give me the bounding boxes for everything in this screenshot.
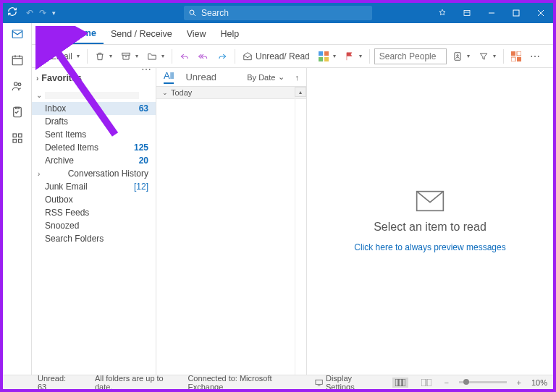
unread-read-button[interactable]: Unread/ Read xyxy=(240,48,313,65)
todo-rail-icon[interactable] xyxy=(11,106,24,119)
folder-drafts[interactable]: Drafts xyxy=(32,115,156,128)
folder-label: Search Folders xyxy=(45,234,104,244)
forward-button[interactable] xyxy=(214,48,230,65)
address-book-button[interactable] xyxy=(450,48,473,65)
folder-snoozed[interactable]: Snoozed xyxy=(32,219,156,232)
new-email-button[interactable]: Email xyxy=(35,48,83,65)
svg-rect-26 xyxy=(324,57,329,61)
addins-button[interactable] xyxy=(508,48,524,65)
ribbon-overflow-button[interactable]: ⋯ xyxy=(527,48,544,65)
folder-label: Sent Items xyxy=(45,129,86,140)
flag-button[interactable] xyxy=(342,48,365,65)
search-box[interactable] xyxy=(184,6,372,20)
more-apps-rail-icon[interactable] xyxy=(11,132,24,145)
zoom-in-button[interactable]: + xyxy=(517,378,521,387)
archive-button[interactable] xyxy=(118,48,141,65)
maximize-button[interactable] xyxy=(504,3,528,23)
filter-icon xyxy=(479,51,489,61)
always-preview-link[interactable]: Click here to always preview messages xyxy=(354,242,505,252)
scrollbar-track[interactable] xyxy=(295,97,306,375)
scroll-up-button[interactable]: ▴ xyxy=(295,87,306,97)
search-people-input[interactable] xyxy=(374,48,447,64)
search-icon xyxy=(188,9,197,17)
folder-sent-items[interactable]: Sent Items xyxy=(32,128,156,141)
svg-rect-19 xyxy=(18,140,22,143)
svg-rect-18 xyxy=(13,140,17,143)
new-email-label: Email xyxy=(51,51,72,61)
ribbon-options-icon[interactable] xyxy=(455,3,479,23)
folder-count: 125 xyxy=(134,142,148,153)
categorize-button[interactable] xyxy=(316,48,339,65)
folder-search-folders[interactable]: Search Folders xyxy=(32,232,156,245)
people-rail-icon[interactable] xyxy=(11,80,24,93)
zoom-slider[interactable] xyxy=(459,381,507,383)
monitor-icon xyxy=(315,379,323,386)
folder-label: Deleted Items xyxy=(45,142,98,153)
folder-label: Archive xyxy=(45,155,74,166)
account-name xyxy=(45,92,139,99)
filter-button[interactable] xyxy=(476,48,499,65)
folder-archive[interactable]: Archive20 xyxy=(32,154,156,167)
view-normal-button[interactable] xyxy=(392,378,408,388)
reading-pane-title: Select an item to read xyxy=(374,221,486,234)
filter-unread-tab[interactable]: Unread xyxy=(185,72,216,82)
qat-dropdown-icon[interactable]: ▾ xyxy=(52,9,56,17)
reply-button[interactable] xyxy=(177,48,193,65)
redo-icon[interactable]: ↷ xyxy=(39,8,46,18)
svg-rect-31 xyxy=(511,57,515,61)
reply-all-button[interactable] xyxy=(195,48,211,65)
folder-deleted-items[interactable]: Deleted Items125 xyxy=(32,141,156,154)
favorites-label: Favorites xyxy=(41,73,82,83)
svg-rect-38 xyxy=(403,379,405,386)
reply-icon xyxy=(180,51,190,61)
filter-all-tab[interactable]: All xyxy=(164,70,174,84)
status-connected: Connected to: Microsoft Exchange xyxy=(188,374,301,391)
coming-soon-icon[interactable] xyxy=(430,3,455,23)
view-reading-button[interactable] xyxy=(418,379,434,386)
sort-arrow-icon[interactable]: ↑ xyxy=(295,73,300,82)
sync-icon[interactable] xyxy=(7,7,17,20)
close-button[interactable] xyxy=(528,3,553,23)
tab-view[interactable]: View xyxy=(180,23,214,44)
svg-point-0 xyxy=(190,10,194,14)
folder-move-icon xyxy=(147,51,157,61)
tab-help[interactable]: Help xyxy=(214,23,247,44)
folder-list: Inbox63DraftsSent ItemsDeleted Items125A… xyxy=(32,102,156,245)
svg-rect-32 xyxy=(517,57,521,61)
display-settings-button[interactable]: Display Settings xyxy=(312,374,382,391)
tab-file[interactable]: File xyxy=(35,23,64,44)
delete-button[interactable] xyxy=(92,48,115,65)
tab-home[interactable]: Home xyxy=(64,23,104,44)
folder-label: Conversation History xyxy=(68,169,148,179)
zoom-out-button[interactable]: − xyxy=(445,378,449,387)
date-group-today[interactable]: ⌄Today xyxy=(156,87,306,99)
envelope-open-icon xyxy=(243,51,253,61)
move-button[interactable] xyxy=(144,48,167,65)
folder-conversation-history[interactable]: Conversation History xyxy=(32,167,156,180)
folder-outbox[interactable]: Outbox xyxy=(32,193,156,206)
undo-icon[interactable]: ↶ xyxy=(26,8,33,18)
navigation-rail xyxy=(3,23,32,375)
search-input[interactable] xyxy=(201,8,368,18)
folder-pane-options[interactable]: ⋯ xyxy=(141,68,151,75)
title-bar: ↶ ↷ ▾ xyxy=(3,3,553,23)
status-uptodate: All folders are up to date. xyxy=(95,374,177,391)
calendar-rail-icon[interactable] xyxy=(11,54,24,67)
folder-count: 63 xyxy=(139,103,148,114)
folder-inbox[interactable]: Inbox63 xyxy=(32,102,156,115)
favorites-header[interactable]: ›Favorites xyxy=(32,68,156,88)
folder-junk-email[interactable]: Junk Email[12] xyxy=(32,180,156,193)
chevron-down-icon: ⌄ xyxy=(162,89,168,96)
mail-rail-icon[interactable] xyxy=(11,27,24,41)
tab-send-receive[interactable]: Send / Receive xyxy=(104,23,180,44)
svg-rect-9 xyxy=(12,56,22,65)
account-header[interactable]: ⌄ xyxy=(32,88,156,102)
minimize-button[interactable] xyxy=(479,3,504,23)
folder-rss-feeds[interactable]: RSS Feeds xyxy=(32,206,156,219)
zoom-value: 10% xyxy=(531,378,547,387)
svg-rect-21 xyxy=(122,53,130,55)
folder-label: Snoozed xyxy=(45,221,79,231)
folder-label: Outbox xyxy=(45,195,73,205)
sort-button[interactable]: By Date ⌄ ↑ xyxy=(247,72,299,82)
status-bar: Unread: 63 All folders are up to date. C… xyxy=(3,375,553,389)
